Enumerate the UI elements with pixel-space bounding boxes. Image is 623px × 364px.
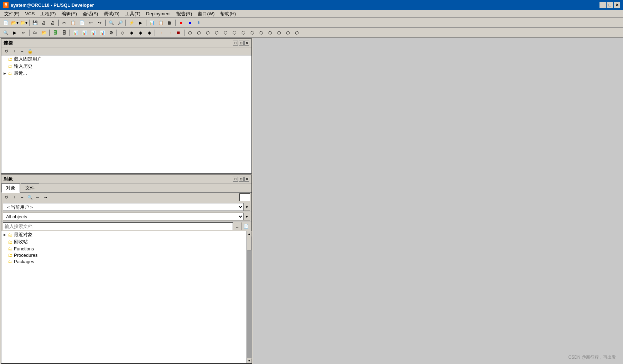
tb2-icons2[interactable]: 📊 xyxy=(80,29,89,37)
menu-vcs[interactable]: VCS xyxy=(22,10,38,17)
obj-minimize-btn[interactable]: □ xyxy=(233,177,238,182)
obj-search-btn[interactable]: 🔍 xyxy=(26,194,33,201)
menu-edit[interactable]: 编辑(E) xyxy=(59,10,80,18)
user-dropdown-arrow[interactable]: ▼ xyxy=(244,203,250,211)
menu-project[interactable]: 工程(P) xyxy=(37,10,58,18)
tb2-search[interactable]: 🔍 xyxy=(1,29,10,37)
tb2-debug8[interactable]: ⬡ xyxy=(248,29,256,37)
conn-close-btn[interactable]: ✕ xyxy=(244,41,249,46)
tb-print[interactable]: 🖨 xyxy=(48,19,57,27)
tree-item-packages[interactable]: 🗂 Packages xyxy=(1,258,246,265)
tb2-b2[interactable]: 📂 xyxy=(40,29,48,37)
tb-red[interactable]: ■ xyxy=(177,19,185,27)
window-controls[interactable]: _ □ ✕ xyxy=(599,2,620,8)
tb2-nav3[interactable]: ◆ xyxy=(136,29,145,37)
tb-cut[interactable]: ✂ xyxy=(60,19,68,27)
tb2-debug6[interactable]: ⬡ xyxy=(230,29,239,37)
tb2-icons1[interactable]: 📊 xyxy=(71,29,80,37)
tb2-debug1[interactable]: ⬡ xyxy=(186,29,194,37)
tb-find[interactable]: 🔍 xyxy=(107,19,115,27)
tb-open-arrow[interactable]: 📂▾ xyxy=(10,19,19,27)
tb-replace[interactable]: 🔎 xyxy=(116,19,124,27)
tb2-debug4[interactable]: ⬡ xyxy=(212,29,221,37)
tb2-icons3[interactable]: 📊 xyxy=(89,29,98,37)
conn-minimize-btn[interactable]: □ xyxy=(233,41,238,46)
conn-float-btn[interactable]: ⊡ xyxy=(239,41,244,46)
menu-session[interactable]: 会话(S) xyxy=(80,10,101,18)
obj-forward-btn[interactable]: → xyxy=(42,194,49,201)
conn-refresh-btn[interactable]: ↺ xyxy=(3,48,10,54)
tb-b1[interactable]: 📊 xyxy=(147,19,156,27)
tb-run[interactable]: ▶ xyxy=(136,19,145,27)
tb2-debug7[interactable]: ⬡ xyxy=(239,29,248,37)
tb2-debug11[interactable]: ⬡ xyxy=(275,29,283,37)
tb2-debug3[interactable]: ⬡ xyxy=(203,29,212,37)
object-tree-scrollbar[interactable]: ▲ ▼ xyxy=(246,231,251,363)
menu-help[interactable]: 帮助(H) xyxy=(217,10,239,18)
conn-add-btn[interactable]: + xyxy=(11,48,18,54)
tb-paste[interactable]: 📄 xyxy=(78,19,86,27)
connection-panel-controls[interactable]: □ ⊡ ✕ xyxy=(233,41,249,46)
tree-item-recent[interactable]: ▶ 🗂 最近... xyxy=(1,70,251,77)
object-panel-controls[interactable]: □ ⊡ ✕ xyxy=(233,177,249,182)
scroll-down-btn[interactable]: ▼ xyxy=(247,358,252,363)
obj-refresh-btn[interactable]: ↺ xyxy=(3,194,10,201)
tb-b3[interactable]: 🗑 xyxy=(165,19,174,27)
tb2-debug2[interactable]: ⬡ xyxy=(194,29,203,37)
tb2-stop[interactable]: ⬡ xyxy=(292,29,301,37)
tb2-db1[interactable]: 🗄 xyxy=(51,29,59,37)
tb2-nav4[interactable]: ◆ xyxy=(145,29,154,37)
tb2-db2[interactable]: 🗄 xyxy=(60,29,68,37)
obj-add-btn[interactable]: + xyxy=(11,194,18,201)
tree-item-load-users[interactable]: 🗂 载入固定用户 xyxy=(1,56,251,63)
tb2-arr1[interactable]: → xyxy=(156,29,165,37)
tree-item-recent-objects[interactable]: ▶ 🗂 最近对象 xyxy=(1,231,246,238)
tab-objects[interactable]: 对象 xyxy=(1,183,20,193)
close-btn[interactable]: ✕ xyxy=(614,2,620,8)
conn-remove-btn[interactable]: − xyxy=(19,48,26,54)
tb-undo[interactable]: ↩ xyxy=(87,19,95,27)
minimize-btn[interactable]: _ xyxy=(599,2,606,8)
tb2-debug5[interactable]: ⬡ xyxy=(221,29,230,37)
tb2-icons4[interactable]: 📊 xyxy=(98,29,107,37)
obj-float-btn[interactable]: ⊡ xyxy=(239,177,244,182)
tb-info[interactable]: ℹ xyxy=(194,19,203,27)
obj-remove-btn[interactable]: − xyxy=(19,194,26,201)
search-more-btn[interactable]: … xyxy=(234,222,242,230)
tb-copy[interactable]: 📋 xyxy=(69,19,77,27)
tb-save[interactable]: 💾 xyxy=(31,19,39,27)
tb-close-arrow[interactable]: 📁▾ xyxy=(19,19,28,27)
tb-b2[interactable]: 📋 xyxy=(156,19,165,27)
tree-item-procedures[interactable]: 🗂 Procedures xyxy=(1,252,246,258)
tree-item-functions[interactable]: 🗂 Functions xyxy=(1,245,246,252)
menu-tools[interactable]: 工具(T) xyxy=(122,10,143,18)
tb-blue[interactable]: ■ xyxy=(186,19,194,27)
tb-save-all[interactable]: 🖨 xyxy=(40,19,48,27)
tb2-debug10[interactable]: ⬡ xyxy=(266,29,274,37)
tb2-edit1[interactable]: ✏ xyxy=(19,29,28,37)
tb2-debug12[interactable]: ⬡ xyxy=(284,29,292,37)
user-dropdown[interactable]: ＜当前用户＞ xyxy=(3,203,244,211)
tb2-nav2[interactable]: ◆ xyxy=(127,29,136,37)
tb2-debug9[interactable]: ⬡ xyxy=(257,29,265,37)
scroll-thumb[interactable] xyxy=(247,236,251,250)
tb2-icons5[interactable]: ⚙ xyxy=(107,29,115,37)
tab-files[interactable]: 文件 xyxy=(21,183,39,192)
scroll-up-btn[interactable]: ▲ xyxy=(247,231,252,236)
tb2-arr3[interactable]: ⏹ xyxy=(174,29,183,37)
tb2-b1[interactable]: 🗂 xyxy=(31,29,39,37)
tb2-arr2[interactable]: → xyxy=(165,29,174,37)
tree-item-history[interactable]: 🗂 输入历史 xyxy=(1,63,251,70)
obj-extra-btn[interactable] xyxy=(239,193,250,201)
tb-new[interactable]: 📄 xyxy=(1,19,10,27)
conn-lock-btn[interactable]: 🔒 xyxy=(26,48,33,54)
search-input[interactable] xyxy=(3,222,233,230)
menu-reports[interactable]: 报告(R) xyxy=(173,10,195,18)
tree-item-recycle[interactable]: 🗂 回收站 xyxy=(1,238,246,245)
tb-compile[interactable]: ⚡ xyxy=(127,19,136,27)
tb2-arrow[interactable]: ▶ xyxy=(10,29,19,37)
menu-file[interactable]: 文件(F) xyxy=(1,10,22,18)
obj-back-btn[interactable]: ← xyxy=(34,194,41,201)
obj-close-btn[interactable]: ✕ xyxy=(244,177,249,182)
search-icon-btn[interactable]: 📄 xyxy=(242,222,250,230)
